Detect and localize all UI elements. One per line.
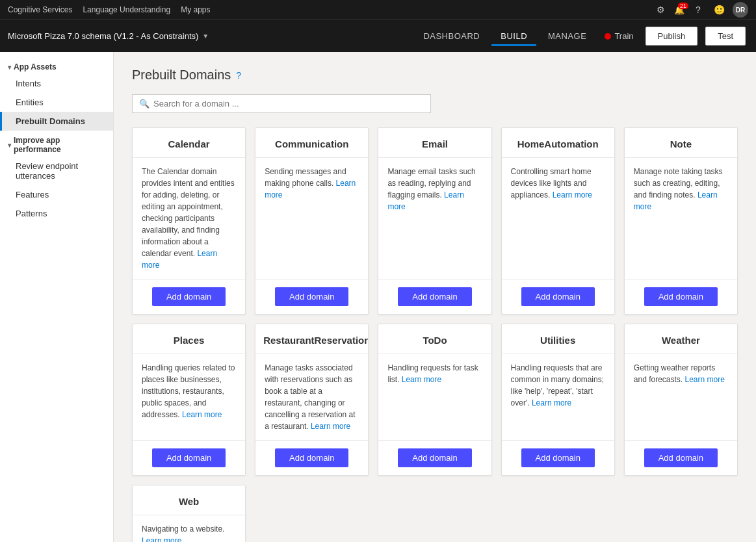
domain-card-body: Sending messages and making phone calls.…	[255, 158, 368, 279]
add-domain-button[interactable]: Add domain	[521, 287, 595, 306]
search-bar: 🔍	[132, 94, 431, 113]
add-domain-button[interactable]: Add domain	[152, 448, 226, 467]
domain-card-body: Handling requests for task list. Learn m…	[378, 354, 491, 440]
sidebar-item-entities[interactable]: Entities	[0, 93, 113, 112]
main-content: Prebuilt Domains ? 🔍 CalendarThe Calenda…	[114, 52, 756, 542]
domain-card-footer: Add domain	[502, 279, 614, 314]
add-domain-button[interactable]: Add domain	[275, 287, 348, 306]
notification-bell[interactable]: 🔔 21	[674, 5, 684, 15]
sidebar-section-app-assets-label: App Assets	[14, 62, 57, 71]
domain-card-web: WebNavigating to a website. Learn moreAd…	[132, 485, 246, 542]
domain-card-title: Communication	[255, 128, 368, 158]
search-input[interactable]	[153, 99, 424, 109]
add-domain-button[interactable]: Add domain	[398, 448, 471, 467]
sidebar-section-improve[interactable]: ▾ Improve app performance	[0, 131, 113, 157]
domain-card-body: Handling queries related to places like …	[133, 354, 245, 440]
sidebar-item-intents[interactable]: Intents	[0, 74, 113, 93]
domain-card-title: Web	[133, 485, 245, 515]
page-title-row: Prebuilt Domains ?	[132, 68, 738, 83]
nav-my-apps[interactable]: My apps	[181, 5, 210, 14]
sidebar: ▾ App Assets Intents Entities Prebuilt D…	[0, 52, 114, 542]
add-domain-button[interactable]: Add domain	[275, 448, 348, 467]
sidebar-item-prebuilt-domains[interactable]: Prebuilt Domains	[0, 112, 113, 131]
train-status-dot	[605, 33, 611, 40]
domain-card-title: ToDo	[378, 324, 491, 354]
domain-card-places: PlacesHandling queries related to places…	[132, 324, 246, 476]
sidebar-item-patterns[interactable]: Patterns	[0, 204, 113, 223]
domain-card-title: HomeAutomation	[502, 128, 614, 158]
nav-manage[interactable]: MANAGE	[539, 26, 595, 46]
domain-card-footer: Add domain	[502, 440, 614, 475]
domain-learn-more-link[interactable]: Learn more	[553, 190, 592, 200]
domain-learn-more-link[interactable]: Learn more	[142, 536, 181, 542]
sidebar-section-improve-label: Improve app performance	[14, 136, 105, 154]
settings-icon[interactable]: ⚙	[653, 3, 668, 17]
train-button[interactable]: Train	[598, 27, 640, 45]
domain-learn-more-link[interactable]: Learn more	[265, 179, 356, 200]
notification-count: 21	[678, 3, 688, 9]
domain-learn-more-link[interactable]: Learn more	[387, 190, 463, 211]
sidebar-item-review-utterances[interactable]: Review endpoint utterances	[0, 157, 113, 185]
domain-card-weather: WeatherGetting weather reports and forec…	[624, 324, 738, 476]
domain-card-todo: ToDoHandling requests for task list. Lea…	[378, 324, 491, 476]
add-domain-button[interactable]: Add domain	[152, 287, 226, 306]
nav-build[interactable]: BUILD	[491, 26, 536, 46]
domain-card-note: NoteManage note taking tasks such as cre…	[624, 127, 738, 315]
nav-dashboard[interactable]: DASHBOARD	[414, 26, 489, 46]
domain-learn-more-link[interactable]: Learn more	[634, 190, 718, 211]
domain-card-email: EmailManage email tasks such as reading,…	[378, 127, 491, 315]
domain-card-body: Navigating to a website. Learn more	[133, 515, 245, 542]
domain-learn-more-link[interactable]: Learn more	[142, 249, 217, 270]
domain-card-body: The Calendar domain provides intent and …	[133, 158, 245, 279]
domain-card-footer: Add domain	[133, 279, 245, 314]
domain-learn-more-link[interactable]: Learn more	[402, 375, 441, 384]
nav-language-understanding[interactable]: Language Understanding	[83, 5, 170, 14]
domain-learn-more-link[interactable]: Learn more	[182, 410, 222, 419]
domain-card-title: Places	[133, 324, 245, 354]
caret-down-icon: ▾	[8, 64, 11, 71]
domain-card-footer: Add domain	[625, 440, 737, 475]
sidebar-item-features[interactable]: Features	[0, 185, 113, 204]
domain-learn-more-link[interactable]: Learn more	[532, 398, 571, 407]
add-domain-button[interactable]: Add domain	[644, 448, 718, 467]
app-title-text: Microsoft Pizza 7.0 schema (V1.2 - As Co…	[8, 31, 198, 41]
domain-card-body: Manage note taking tasks such as creatin…	[625, 158, 737, 279]
domain-card-communication: CommunicationSending messages and making…	[255, 127, 369, 315]
domain-card-footer: Add domain	[378, 279, 491, 314]
domain-card-body: Handling requests that are common in man…	[502, 354, 614, 440]
domain-card-body: Getting weather reports and forecasts. L…	[625, 354, 737, 440]
add-domain-button[interactable]: Add domain	[644, 287, 718, 306]
domain-card-footer: Add domain	[378, 440, 491, 475]
avatar[interactable]: DR	[733, 2, 748, 18]
sidebar-section-app-assets[interactable]: ▾ App Assets	[0, 57, 113, 74]
domain-card-title: RestaurantReservation	[255, 324, 368, 354]
help-icon[interactable]: ?	[691, 3, 705, 17]
top-nav-icons: ⚙ 🔔 21 ? 🙂 DR	[653, 2, 748, 18]
header-nav: DASHBOARD BUILD MANAGE Train Publish Tes…	[414, 26, 748, 46]
domain-card-restaurantreservation: RestaurantReservationManage tasks associ…	[255, 324, 369, 476]
app-header: Microsoft Pizza 7.0 schema (V1.2 - As Co…	[0, 19, 756, 52]
domain-card-footer: Add domain	[255, 279, 368, 314]
add-domain-button[interactable]: Add domain	[521, 448, 595, 467]
domain-card-title: Calendar	[133, 128, 245, 158]
page-help-icon[interactable]: ?	[236, 70, 241, 81]
domain-learn-more-link[interactable]: Learn more	[685, 375, 725, 384]
nav-cognitive-services[interactable]: Cognitive Services	[8, 5, 72, 14]
smiley-icon[interactable]: 🙂	[712, 3, 726, 17]
domain-card-title: Email	[378, 128, 491, 158]
domain-cards-grid: CalendarThe Calendar domain provides int…	[132, 127, 738, 542]
domain-card-utilities: UtilitiesHandling requests that are comm…	[501, 324, 615, 476]
publish-button[interactable]: Publish	[645, 27, 698, 45]
train-label: Train	[614, 31, 633, 41]
domain-card-title: Utilities	[502, 324, 614, 354]
domain-learn-more-link[interactable]: Learn more	[311, 422, 350, 431]
test-button[interactable]: Test	[705, 27, 746, 45]
add-domain-button[interactable]: Add domain	[398, 287, 471, 306]
caret-down-icon-2: ▾	[8, 142, 11, 149]
top-nav: Cognitive Services Language Understandin…	[0, 0, 756, 19]
domain-card-body: Manage email tasks such as reading, repl…	[378, 158, 491, 279]
layout: ▾ App Assets Intents Entities Prebuilt D…	[0, 52, 756, 542]
domain-card-title: Note	[625, 128, 737, 158]
app-title[interactable]: Microsoft Pizza 7.0 schema (V1.2 - As Co…	[8, 31, 209, 41]
search-icon: 🔍	[139, 99, 150, 109]
